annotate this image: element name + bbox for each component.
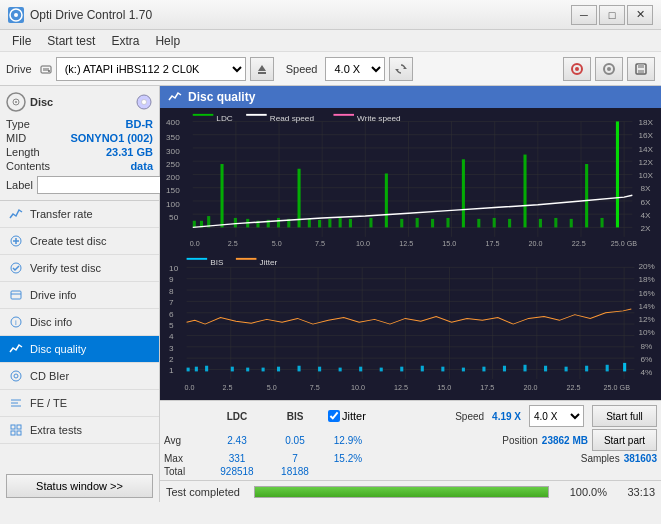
svg-text:10.0: 10.0 xyxy=(356,241,370,248)
cd-bier-label: CD BIer xyxy=(30,370,69,382)
svg-text:4: 4 xyxy=(169,333,174,342)
speed-select-stats[interactable]: 4.0 X xyxy=(529,405,584,427)
menu-file[interactable]: File xyxy=(4,32,39,50)
disc-write-button[interactable] xyxy=(563,57,591,81)
disc-icon xyxy=(6,92,26,112)
svg-text:14X: 14X xyxy=(639,145,654,154)
sidebar-item-create-test-disc[interactable]: Create test disc xyxy=(0,228,159,255)
chart1-container: 400 350 300 250 200 150 100 50 18X 16X 1… xyxy=(164,112,657,252)
svg-text:16X: 16X xyxy=(639,132,654,141)
svg-rect-87 xyxy=(298,169,301,228)
sidebar-item-drive-info[interactable]: Drive info xyxy=(0,282,159,309)
svg-text:22.5: 22.5 xyxy=(572,241,586,248)
minimize-button[interactable]: ─ xyxy=(571,5,597,25)
drive-icon xyxy=(38,61,54,77)
total-ldc-value: 928518 xyxy=(212,466,262,477)
svg-text:12.5: 12.5 xyxy=(394,385,408,392)
svg-rect-172 xyxy=(262,368,265,372)
sidebar-nav: Transfer rate Create test disc Verify te… xyxy=(0,201,159,470)
stats-max-row: Max 331 7 15.2% Samples 381603 xyxy=(164,453,657,464)
menu-help[interactable]: Help xyxy=(147,32,188,50)
svg-rect-182 xyxy=(462,368,465,372)
svg-rect-104 xyxy=(539,219,542,228)
svg-rect-15 xyxy=(638,70,644,73)
svg-rect-40 xyxy=(164,112,657,252)
svg-text:2X: 2X xyxy=(641,224,652,233)
disc-read-button[interactable] xyxy=(595,57,623,81)
cd-bier-icon xyxy=(8,368,24,384)
menu-start-test[interactable]: Start test xyxy=(39,32,103,50)
svg-rect-39 xyxy=(17,431,21,435)
svg-rect-107 xyxy=(585,164,588,227)
svg-text:3: 3 xyxy=(169,344,174,353)
eject-button[interactable] xyxy=(250,57,274,81)
svg-text:50: 50 xyxy=(169,213,179,222)
disc-section: Disc Type BD-R MID SONYNO1 (002) Length … xyxy=(0,86,159,201)
svg-rect-3 xyxy=(43,68,49,71)
stats-bar: LDC BIS Jitter Speed 4.19 X 4.0 X Start … xyxy=(160,400,661,480)
svg-rect-91 xyxy=(339,218,342,227)
speed-select[interactable]: 4.0 X xyxy=(325,57,385,81)
chart1-svg: 400 350 300 250 200 150 100 50 18X 16X 1… xyxy=(164,112,657,252)
jitter-checkbox[interactable] xyxy=(328,410,340,422)
svg-text:5.0: 5.0 xyxy=(267,385,277,392)
svg-marker-7 xyxy=(403,67,407,69)
svg-text:150: 150 xyxy=(166,187,180,196)
svg-rect-176 xyxy=(339,368,342,372)
avg-label: Avg xyxy=(164,435,204,446)
svg-text:2.5: 2.5 xyxy=(228,241,238,248)
position-row: Position 23862 MB Start part xyxy=(376,429,657,451)
start-full-button[interactable]: Start full xyxy=(592,405,657,427)
close-button[interactable]: ✕ xyxy=(627,5,653,25)
sidebar-item-fe-te[interactable]: FE / TE xyxy=(0,390,159,417)
disc-contents-label: Contents xyxy=(6,160,50,172)
progress-track xyxy=(254,486,549,498)
svg-text:Read speed: Read speed xyxy=(270,114,314,123)
svg-point-1 xyxy=(14,13,18,17)
samples-label: Samples xyxy=(581,453,620,464)
sidebar-item-verify-test-disc[interactable]: Verify test disc xyxy=(0,255,159,282)
speed-label: Speed xyxy=(286,63,318,75)
svg-point-10 xyxy=(575,67,579,71)
start-part-button[interactable]: Start part xyxy=(592,429,657,451)
svg-rect-180 xyxy=(421,366,424,372)
sidebar-item-disc-info[interactable]: i Disc info xyxy=(0,309,159,336)
drive-select[interactable]: (k:) ATAPI iHBS112 2 CL0K xyxy=(56,57,246,81)
svg-text:0.0: 0.0 xyxy=(190,241,200,248)
svg-rect-36 xyxy=(11,425,15,429)
svg-rect-202 xyxy=(187,258,208,260)
maximize-button[interactable]: □ xyxy=(599,5,625,25)
progress-percent: 100.0% xyxy=(557,486,607,498)
svg-text:20%: 20% xyxy=(639,263,655,272)
sidebar-item-disc-quality[interactable]: Disc quality xyxy=(0,336,159,363)
svg-text:16%: 16% xyxy=(639,289,655,298)
save-button[interactable] xyxy=(627,57,655,81)
svg-rect-175 xyxy=(318,367,321,372)
refresh-button[interactable] xyxy=(389,57,413,81)
sidebar-item-extra-tests[interactable]: Extra tests xyxy=(0,417,159,444)
content-header-icon xyxy=(168,90,182,104)
status-window-button[interactable]: Status window >> xyxy=(6,474,153,498)
avg-bis-value: 0.05 xyxy=(270,435,320,446)
svg-text:Jitter: Jitter xyxy=(260,258,278,267)
disc-type-label: Type xyxy=(6,118,30,130)
svg-rect-189 xyxy=(606,365,609,372)
menubar: File Start test Extra Help xyxy=(0,30,661,52)
menu-extra[interactable]: Extra xyxy=(103,32,147,50)
progress-fill xyxy=(255,487,548,497)
content-area: Disc quality 400 350 300 250 200 150 100… xyxy=(160,86,661,502)
disc-type-row: Type BD-R xyxy=(6,118,153,130)
disc-mid-row: MID SONYNO1 (002) xyxy=(6,132,153,144)
svg-text:20.0: 20.0 xyxy=(523,385,537,392)
svg-text:6: 6 xyxy=(169,310,174,319)
disc-label-input[interactable] xyxy=(37,176,170,194)
svg-rect-98 xyxy=(446,218,449,227)
svg-text:2: 2 xyxy=(169,355,174,364)
sidebar-item-cd-bier[interactable]: CD BIer xyxy=(0,363,159,390)
verify-test-disc-icon xyxy=(8,260,24,276)
svg-text:6%: 6% xyxy=(641,355,653,364)
avg-jitter-value: 12.9% xyxy=(328,435,368,446)
charts-area: 400 350 300 250 200 150 100 50 18X 16X 1… xyxy=(160,108,661,400)
sidebar-item-transfer-rate[interactable]: Transfer rate xyxy=(0,201,159,228)
svg-text:25.0 GB: 25.0 GB xyxy=(611,241,638,248)
